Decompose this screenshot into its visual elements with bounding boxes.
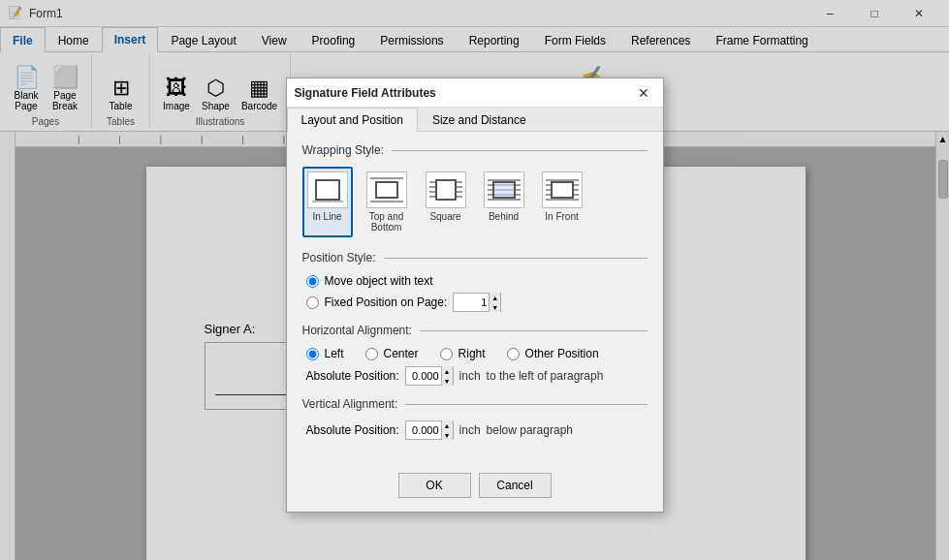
- wrap-inline-icon: [307, 171, 348, 208]
- wrapping-style-header: Wrapping Style:: [302, 143, 648, 157]
- wrap-behind-icon-box: [484, 171, 524, 208]
- wrap-infront-svg: [543, 172, 582, 207]
- h-other-label: Other Position: [525, 347, 599, 360]
- horizontal-align-row: Left Center Right Other Position: [306, 347, 648, 360]
- horizontal-alignment-header: Horizontal Alignment:: [302, 324, 648, 337]
- v-abs-input[interactable]: [406, 424, 441, 436]
- svg-rect-5: [436, 180, 456, 200]
- svg-rect-19: [493, 182, 515, 198]
- vertical-alignment-label: Vertical Alignment:: [302, 397, 398, 411]
- wrap-behind-label: Behind: [489, 211, 519, 222]
- horizontal-alignment-label: Horizontal Alignment:: [302, 324, 412, 337]
- position-style-header: Position Style:: [302, 251, 648, 264]
- h-right-row: Right: [440, 347, 486, 360]
- wrap-topbottom-icon-box: [366, 171, 407, 208]
- v-abs-spinner[interactable]: ▲ ▼: [405, 420, 454, 440]
- v-abs-spinner-buttons: ▲ ▼: [441, 420, 453, 440]
- h-abs-label: Absolute Position:: [306, 369, 399, 383]
- move-with-text-radio[interactable]: [306, 275, 319, 288]
- fixed-position-spinner[interactable]: ▲ ▼: [453, 293, 501, 312]
- h-center-radio[interactable]: [365, 348, 378, 360]
- vertical-abs-row: Absolute Position: ▲ ▼ inch below paragr…: [306, 420, 648, 440]
- fixed-position-input[interactable]: [454, 296, 489, 308]
- v-abs-unit: inch: [459, 423, 481, 437]
- wrap-infront-label: In Front: [545, 211, 578, 222]
- h-center-row: Center: [365, 347, 419, 360]
- dialog-footer: OK Cancel: [287, 463, 663, 512]
- h-abs-spinner[interactable]: ▲ ▼: [405, 366, 454, 386]
- v-abs-up-button[interactable]: ▲: [441, 420, 453, 430]
- fixed-position-down-button[interactable]: ▼: [489, 302, 500, 312]
- wrapping-style-label: Wrapping Style:: [302, 143, 385, 157]
- cancel-button[interactable]: Cancel: [479, 473, 552, 498]
- ok-button[interactable]: OK: [398, 473, 471, 498]
- wrap-options: In Line Top and Bottom: [302, 167, 648, 237]
- fixed-position-label: Fixed Position on Page:: [325, 296, 448, 309]
- v-abs-label: Absolute Position:: [306, 423, 399, 437]
- dialog-tab-size[interactable]: Size and Distance: [418, 108, 541, 132]
- wrap-inline-label: In Line: [312, 211, 341, 222]
- dialog-tab-layout[interactable]: Layout and Position: [287, 108, 418, 132]
- dialog-tab-bar: Layout and Position Size and Distance: [287, 108, 663, 132]
- wrap-square-option[interactable]: Square: [421, 167, 471, 237]
- signature-field-dialog: Signature Field Attributes ✕ Layout and …: [286, 78, 664, 513]
- wrap-square-icon-box: [426, 171, 466, 208]
- vertical-alignment-header: Vertical Alignment:: [302, 397, 648, 411]
- wrap-inline-option[interactable]: In Line: [302, 167, 353, 237]
- wrap-square-label: Square: [429, 211, 460, 222]
- h-right-radio[interactable]: [440, 348, 453, 360]
- fixed-position-row: Fixed Position on Page: ▲ ▼: [306, 293, 648, 312]
- wrap-square-svg: [427, 172, 465, 207]
- wrap-infront-option[interactable]: In Front: [537, 167, 587, 237]
- h-other-row: Other Position: [507, 347, 599, 360]
- wrap-topbottom-option[interactable]: Top and Bottom: [361, 167, 413, 237]
- fixed-position-up-button[interactable]: ▲: [489, 293, 500, 302]
- svg-rect-25: [552, 182, 573, 198]
- h-abs-unit: inch: [459, 369, 481, 383]
- svg-rect-0: [316, 180, 339, 200]
- dialog-title: Signature Field Attributes: [295, 86, 632, 100]
- move-with-text-label: Move object with text: [325, 274, 433, 288]
- h-abs-up-button[interactable]: ▲: [441, 366, 453, 376]
- v-abs-rel: below paragraph: [487, 423, 573, 437]
- wrap-infront-icon-box: [542, 171, 583, 208]
- h-center-label: Center: [384, 347, 419, 360]
- wrap-inline-svg: [308, 172, 347, 207]
- fixed-position-spinner-buttons: ▲ ▼: [489, 293, 500, 312]
- svg-rect-3: [376, 182, 397, 198]
- dialog-body: Wrapping Style: In Line: [287, 132, 663, 463]
- v-abs-down-button[interactable]: ▼: [441, 430, 453, 440]
- wrap-behind-option[interactable]: Behind: [479, 167, 529, 237]
- wrap-behind-svg: [485, 172, 523, 207]
- horizontal-abs-row: Absolute Position: ▲ ▼ inch to the left …: [306, 366, 648, 386]
- h-abs-down-button[interactable]: ▼: [441, 376, 453, 386]
- h-other-radio[interactable]: [507, 348, 520, 360]
- h-left-radio[interactable]: [306, 348, 319, 360]
- dialog-overlay: Signature Field Attributes ✕ Layout and …: [0, 0, 949, 560]
- wrap-topbottom-svg: [367, 172, 406, 207]
- dialog-titlebar: Signature Field Attributes ✕: [287, 78, 663, 108]
- position-style-label: Position Style:: [302, 251, 376, 264]
- h-abs-rel: to the left of paragraph: [487, 369, 604, 383]
- dialog-close-button[interactable]: ✕: [632, 81, 655, 105]
- h-abs-input[interactable]: [406, 370, 441, 382]
- h-right-label: Right: [459, 347, 486, 360]
- h-left-label: Left: [325, 347, 344, 360]
- h-abs-spinner-buttons: ▲ ▼: [441, 366, 453, 386]
- fixed-position-radio[interactable]: [306, 296, 319, 309]
- wrap-topbottom-label: Top and Bottom: [365, 211, 408, 233]
- position-style-radio-group: Move object with text Fixed Position on …: [306, 274, 648, 312]
- h-left-row: Left: [306, 347, 344, 360]
- move-with-text-row: Move object with text: [306, 274, 648, 288]
